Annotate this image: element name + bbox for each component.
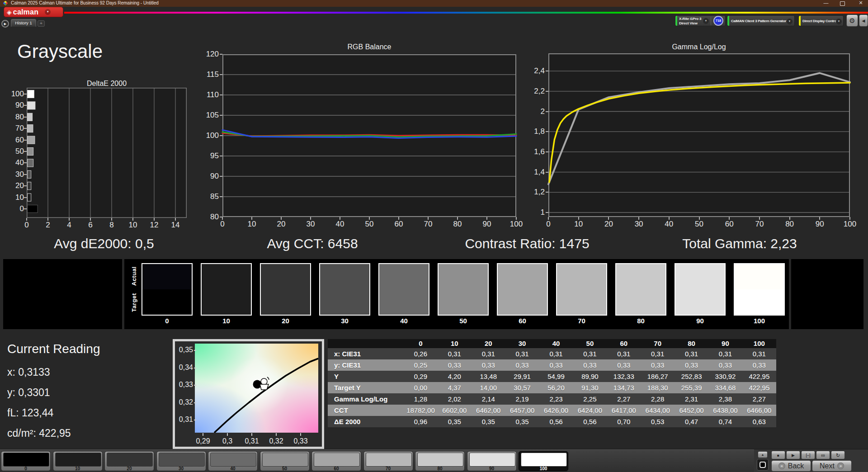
- pattern-button-20[interactable]: 20: [104, 451, 154, 471]
- swatch-actual: [142, 264, 192, 289]
- pattern-button-60[interactable]: 60: [311, 451, 361, 471]
- table-row-label: Target Y: [328, 382, 404, 393]
- grayscale-swatch-70: [556, 263, 607, 316]
- total-gamma-stat: Total Gamma: 2,23: [682, 236, 797, 251]
- pattern-swatch: [210, 453, 256, 467]
- gamma-xtickmark: [638, 217, 639, 220]
- avg-de2000-stat: Avg dE2000: 0,5: [54, 236, 154, 251]
- swatch-label: 20: [260, 317, 311, 325]
- table-cell: 0,31: [505, 348, 539, 359]
- rgb-ytickmark: [220, 74, 222, 75]
- grayscale-swatch-50: [438, 263, 489, 316]
- table-cell: 0,35: [505, 416, 539, 427]
- pattern-button-0[interactable]: 0: [1, 451, 51, 471]
- deltae-xtick: 10: [124, 221, 142, 230]
- cie-xtickmark: [227, 433, 228, 436]
- pattern-button-30[interactable]: 30: [156, 451, 206, 471]
- table-cell: 0,56: [573, 416, 607, 427]
- pattern-button-10[interactable]: 10: [53, 451, 103, 471]
- loop-icon[interactable]: ∞: [816, 451, 830, 459]
- table-col-header: 90: [708, 339, 742, 348]
- table-cell: 0,33: [708, 359, 742, 371]
- gamma-xtick: 50: [690, 220, 708, 229]
- deltae-xtick: 2: [39, 221, 57, 230]
- table-cell: 6426,00: [539, 405, 573, 416]
- rgb-xtickmark: [251, 217, 252, 220]
- rgb-ytickmark: [220, 176, 222, 177]
- swatch-target: [320, 289, 369, 315]
- expand-up-icon[interactable]: ▲: [758, 451, 768, 458]
- pattern-button-40[interactable]: 40: [208, 451, 258, 471]
- table-col-header: 40: [539, 339, 573, 348]
- play-icon[interactable]: ▶: [786, 451, 800, 459]
- deltae-ytick: 90: [2, 101, 24, 110]
- pattern-button-80[interactable]: 80: [415, 451, 465, 471]
- gamma-xtick: 40: [660, 220, 678, 229]
- stop-icon[interactable]: ■: [771, 451, 785, 459]
- rgb-xtick: 20: [272, 220, 290, 229]
- pattern-window-button[interactable]: [757, 459, 769, 471]
- pattern-button-50[interactable]: 50: [260, 451, 310, 471]
- rgb-xtickmark: [398, 217, 399, 220]
- table-header-row: 0102030405060708090100: [328, 339, 776, 348]
- table-row: CCT18782,006602,006462,006457,006426,006…: [328, 405, 776, 416]
- gamma-ytickmark: [546, 192, 548, 193]
- table-row: Gamma Log/Log1,282,022,142,192,232,252,2…: [328, 393, 776, 405]
- table-cell: 422,95: [742, 371, 776, 382]
- table-col-header: 10: [438, 339, 472, 348]
- gamma-ytick: 1,4: [523, 168, 545, 177]
- deltae-ytickmark: [24, 162, 27, 163]
- deltae-ytickmark: [24, 94, 27, 94]
- cie-ytickmark: [194, 350, 196, 351]
- table-cell: 0,96: [404, 416, 438, 427]
- swatch-actual: [439, 264, 488, 289]
- pattern-swatch: [55, 453, 101, 467]
- deltae-xtickmark: [132, 218, 133, 221]
- gamma-xtick: 100: [841, 220, 859, 229]
- table-cell: 0,31: [675, 348, 708, 359]
- table-col-header: 50: [573, 339, 607, 348]
- table-cell: 89,90: [573, 371, 607, 382]
- table-cell: 6417,00: [607, 405, 641, 416]
- cie-ytickmark: [194, 385, 196, 386]
- rgb-xtick: 40: [331, 220, 349, 229]
- gamma-xtick: 60: [720, 220, 738, 229]
- deltae-ytick: 10: [2, 193, 24, 202]
- pattern-button-70[interactable]: 70: [363, 451, 413, 471]
- pattern-label: 100: [519, 466, 568, 471]
- gamma-xtickmark: [548, 217, 549, 220]
- rgb-ytick: 110: [197, 90, 219, 99]
- rgb-ytick: 85: [197, 192, 219, 201]
- rgb-xtick: 100: [507, 220, 525, 229]
- table-cell: 2,02: [438, 393, 472, 405]
- deltae-xtickmark: [90, 218, 91, 221]
- deltae-ytick: 20: [2, 181, 24, 190]
- pattern-button-100[interactable]: 100: [519, 451, 568, 471]
- gamma-xtick: 10: [570, 220, 588, 229]
- deltae-ytick: 80: [2, 113, 24, 122]
- cie-locus-curve: [195, 344, 318, 433]
- gamma-xtick: 20: [599, 220, 618, 229]
- gamma-ytick: 1: [523, 208, 545, 217]
- table-col-header: 20: [472, 339, 505, 348]
- rgb-xtick: 50: [360, 220, 378, 229]
- table-row-label: y: CIE31: [328, 359, 404, 371]
- back-button[interactable]: « Back: [771, 460, 811, 472]
- next-button[interactable]: Next »: [812, 460, 852, 472]
- table-col-header: 0: [404, 339, 438, 348]
- deltae-ytick: 100: [2, 90, 24, 99]
- cie-xtickmark: [251, 433, 252, 436]
- cie-xtickmark: [203, 433, 203, 436]
- table-cell: 0,31: [607, 348, 641, 359]
- gamma-ytickmark: [546, 91, 548, 92]
- gamma-xtickmark: [578, 217, 579, 220]
- table-cell: 0,35: [472, 416, 505, 427]
- interval-icon[interactable]: [–]: [801, 451, 815, 459]
- gamma-xtickmark: [669, 217, 670, 220]
- pattern-button-90[interactable]: 90: [467, 451, 517, 471]
- table-row: Target Y0,004,3714,0030,5756,2091,30134,…: [328, 382, 776, 393]
- table-cell: 6434,00: [641, 405, 675, 416]
- table-row-label: Y: [328, 371, 404, 382]
- refresh-icon[interactable]: ↻: [831, 451, 845, 459]
- swatch-actual: [498, 264, 547, 289]
